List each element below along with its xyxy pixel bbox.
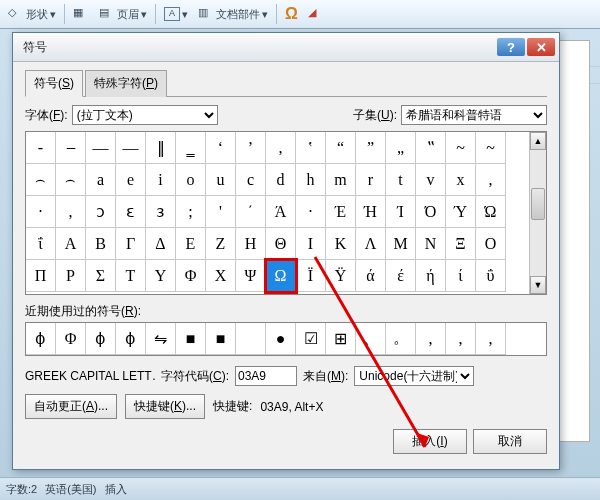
recent-cell[interactable]: ɸ [116,323,146,355]
symbol-cell[interactable]: Ι [296,228,326,260]
shortcut-button[interactable]: 快捷键(K)... [125,394,205,419]
symbol-cell[interactable]: ή [416,260,446,292]
code-input[interactable] [235,366,297,386]
font-select[interactable]: (拉丁文本) [72,105,218,125]
symbol-grid[interactable]: ‐‒—―‖‗‘’‚‛“”„‟~~⌢⌢aeioucdhmrtvx,·,ɔɛɜ;'΄… [26,132,529,294]
symbol-cell[interactable]: Π [26,260,56,292]
symbol-cell[interactable]: ~ [476,132,506,164]
grid-scrollbar[interactable]: ▲ ▼ [529,132,546,294]
symbol-cell[interactable]: · [26,196,56,228]
status-wordcount[interactable]: 字数:2 [6,482,37,497]
symbol-cell[interactable]: t [386,164,416,196]
recent-cell[interactable]: , [446,323,476,355]
symbol-cell[interactable]: Θ [266,228,296,260]
symbol-cell[interactable]: ‟ [416,132,446,164]
symbol-cell[interactable]: ⌢ [56,164,86,196]
symbol-cell[interactable]: ~ [446,132,476,164]
symbol-cell[interactable]: “ [326,132,356,164]
symbol-cell[interactable]: Η [236,228,266,260]
recent-cell[interactable]: ■ [176,323,206,355]
symbol-cell[interactable]: Φ [176,260,206,292]
symbol-cell[interactable]: Ε [176,228,206,260]
symbol-cell[interactable]: ‖ [146,132,176,164]
symbol-cell[interactable]: c [236,164,266,196]
ribbon-pic[interactable]: ▦ [69,4,93,24]
symbol-cell[interactable]: ; [176,196,206,228]
recent-cell[interactable]: 。 [386,323,416,355]
recent-cell[interactable]: 、 [356,323,386,355]
symbol-cell[interactable]: Ό [416,196,446,228]
recent-cell[interactable] [236,323,266,355]
symbol-cell[interactable]: Έ [326,196,356,228]
symbol-cell[interactable]: ΄ [236,196,266,228]
symbol-cell[interactable]: v [416,164,446,196]
ribbon-more[interactable]: ◢ [304,4,328,24]
symbol-cell[interactable]: r [356,164,386,196]
symbol-cell[interactable]: , [476,164,506,196]
symbol-cell[interactable]: ΐ [26,228,56,260]
symbol-cell[interactable]: ⌢ [26,164,56,196]
status-language[interactable]: 英语(美国) [45,482,96,497]
symbol-cell[interactable]: h [296,164,326,196]
symbol-cell[interactable]: ’ [236,132,266,164]
symbol-cell[interactable]: Ϋ [326,260,356,292]
symbol-cell[interactable]: ” [356,132,386,164]
recent-cell[interactable]: , [416,323,446,355]
subset-select[interactable]: 希腊语和科普特语 [401,105,547,125]
symbol-cell[interactable]: Β [86,228,116,260]
symbol-cell[interactable]: Ρ [56,260,86,292]
symbol-cell[interactable]: a [86,164,116,196]
symbol-cell[interactable]: ‘ [206,132,236,164]
symbol-cell[interactable]: Ν [416,228,446,260]
symbol-cell[interactable]: Ω [266,260,296,292]
ribbon-symbol[interactable]: Ω [281,3,302,25]
symbol-cell[interactable]: , [56,196,86,228]
symbol-cell[interactable]: Ψ [236,260,266,292]
symbol-cell[interactable]: Ή [356,196,386,228]
recent-cell[interactable]: ● [266,323,296,355]
symbol-cell[interactable]: ― [116,132,146,164]
symbol-cell[interactable]: Α [56,228,86,260]
symbol-cell[interactable]: Λ [356,228,386,260]
tab-special[interactable]: 特殊字符(P) [85,70,167,97]
symbol-cell[interactable]: i [146,164,176,196]
symbol-cell[interactable]: Ώ [476,196,506,228]
symbol-cell[interactable]: — [86,132,116,164]
symbol-cell[interactable]: Ύ [446,196,476,228]
symbol-cell[interactable]: Ο [476,228,506,260]
recent-cell[interactable]: ɸ [26,323,56,355]
symbol-cell[interactable]: ‚ [266,132,296,164]
scroll-track[interactable] [530,150,546,276]
symbol-cell[interactable]: Κ [326,228,356,260]
symbol-cell[interactable]: u [206,164,236,196]
symbol-cell[interactable]: · [296,196,326,228]
symbol-cell[interactable]: ‒ [56,132,86,164]
recent-cell[interactable]: ■ [206,323,236,355]
ribbon-docparts[interactable]: ▥文档部件▾ [194,4,272,24]
symbol-cell[interactable]: Χ [206,260,236,292]
symbol-cell[interactable]: ‛ [296,132,326,164]
scroll-down[interactable]: ▼ [530,276,546,294]
symbol-cell[interactable]: m [326,164,356,196]
symbol-cell[interactable]: ' [206,196,236,228]
symbol-cell[interactable]: ά [356,260,386,292]
recent-cell[interactable]: ⇋ [146,323,176,355]
scroll-thumb[interactable] [531,188,545,220]
symbol-cell[interactable]: ɔ [86,196,116,228]
close-button[interactable]: ✕ [527,38,555,56]
autocorrect-button[interactable]: 自动更正(A)... [25,394,117,419]
symbol-cell[interactable]: ί [446,260,476,292]
symbol-cell[interactable]: o [176,164,206,196]
symbol-cell[interactable]: Ξ [446,228,476,260]
symbol-cell[interactable]: Υ [146,260,176,292]
symbol-cell[interactable]: ‗ [176,132,206,164]
symbol-cell[interactable]: ‐ [26,132,56,164]
symbol-cell[interactable]: ɜ [146,196,176,228]
tab-symbols[interactable]: 符号(S) [25,70,83,97]
symbol-cell[interactable]: Ζ [206,228,236,260]
cancel-button[interactable]: 取消 [473,429,547,454]
symbol-cell[interactable]: e [116,164,146,196]
symbol-cell[interactable]: „ [386,132,416,164]
recent-grid[interactable]: ɸΦɸɸ⇋■■●☑⊞、。,,, [25,322,547,356]
symbol-cell[interactable]: Μ [386,228,416,260]
